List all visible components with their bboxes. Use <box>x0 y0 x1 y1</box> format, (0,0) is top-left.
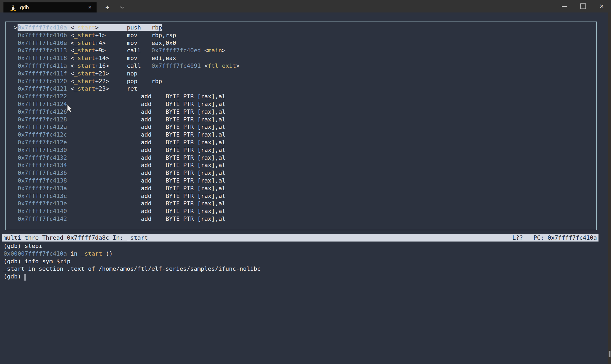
text-segment: +4> mov eax,0x0 <box>95 40 176 46</box>
tui-status-bar: multi-thre Thread 0x7ffff7da8c In: _star… <box>2 234 598 242</box>
text-segment <box>14 162 18 168</box>
text-segment: add BYTE PTR [rax],al <box>67 116 226 123</box>
text-segment: () <box>102 250 113 257</box>
console-line: (gdb) stepi <box>3 242 261 250</box>
text-segment: _start <box>74 55 95 61</box>
current-instruction-marker: > <box>14 24 18 31</box>
text-segment: 0x7ffff7fc413a <box>18 185 67 192</box>
text-segment: add BYTE PTR [rax],al <box>67 177 226 184</box>
text-segment <box>14 215 18 222</box>
text-segment: +16> call <box>95 62 152 69</box>
text-segment <box>14 170 18 176</box>
text-segment: +22> pop rbp <box>95 78 162 84</box>
text-segment: +9> call <box>95 47 152 54</box>
text-segment <box>14 177 18 184</box>
chevron-down-icon <box>119 6 125 9</box>
text-segment: _start <box>74 24 95 31</box>
text-segment <box>14 147 18 153</box>
text-segment: add BYTE PTR [rax],al <box>67 162 226 168</box>
disasm-line: 0x7ffff7fc413a add BYTE PTR [rax],al <box>6 185 596 192</box>
text-segment: < <box>67 70 74 77</box>
text-segment <box>14 101 18 107</box>
text-segment <box>14 124 18 130</box>
text-segment: add BYTE PTR [rax],al <box>67 139 226 146</box>
disasm-line: 0x7ffff7fc412e add BYTE PTR [rax],al <box>6 139 596 146</box>
disasm-line: 0x7ffff7fc4138 add BYTE PTR [rax],al <box>6 177 596 185</box>
text-segment: 0x7ffff7fc4142 <box>18 215 67 222</box>
titlebar[interactable]: gdb ✕ + ✕ <box>0 0 611 12</box>
disasm-line: 0x7ffff7fc4130 add BYTE PTR [rax],al <box>6 146 596 154</box>
text-segment: 0x7ffff7fc413c <box>18 193 67 199</box>
text-segment: 0x7ffff7fc412c <box>18 131 67 138</box>
text-segment <box>14 208 18 214</box>
text-segment: add BYTE PTR [rax],al <box>67 185 226 192</box>
scrollbar-track[interactable] <box>608 12 611 364</box>
text-segment: +1> mov rbp,rsp <box>95 32 176 39</box>
text-segment <box>14 93 18 100</box>
minimize-icon <box>562 6 567 7</box>
text-segment: +14> mov edi,eax <box>95 55 176 61</box>
text-segment <box>14 47 18 54</box>
disasm-line: 0x7ffff7fc4118 <_start+14> mov edi,eax <box>6 54 596 62</box>
text-segment: in <box>67 250 81 257</box>
text-segment: 0x7ffff7fc410a <box>18 24 67 31</box>
scrollbar-thumb[interactable] <box>609 351 610 357</box>
maximize-icon <box>580 3 586 9</box>
disasm-line: 0x7ffff7fc4124 add BYTE PTR [rax],al <box>6 100 596 108</box>
disasm-line: 0x7ffff7fc412a add BYTE PTR [rax],al <box>6 123 596 131</box>
text-segment: 0x7ffff7fc4124 <box>18 101 67 107</box>
text-segment: main <box>208 47 222 54</box>
text-segment: < <box>201 47 208 54</box>
minimize-button[interactable] <box>555 0 574 12</box>
text-segment: 0x7ffff7fc410b <box>18 32 67 39</box>
text-segment: 0x7ffff7fc4126 <box>18 108 67 115</box>
console-line: (gdb) info sym $rip <box>3 258 261 265</box>
disasm-line: 0x7ffff7fc4140 add BYTE PTR [rax],al <box>6 208 596 215</box>
tab-title: gdb <box>20 5 29 11</box>
text-segment: 0x7ffff7fc410e <box>18 40 67 46</box>
console-line: 0x00007ffff7fc410a in _start () <box>3 250 261 258</box>
console-line: (gdb) <box>3 273 261 281</box>
text-segment: 0x7ffff7fc411f <box>18 70 67 77</box>
disasm-line: 0x7ffff7fc4120 <_start+22> pop rbp <box>6 78 596 85</box>
maximize-button[interactable] <box>574 0 592 12</box>
disasm-line: 0x7ffff7fc4132 add BYTE PTR [rax],al <box>6 154 596 162</box>
text-segment <box>14 55 18 61</box>
status-line-pc-info: L?? PC: 0x7ffff7fc410a <box>512 234 597 242</box>
text-segment <box>14 185 18 192</box>
text-segment: ftl_exit <box>208 62 236 69</box>
gdb-console[interactable]: (gdb) stepi0x00007ffff7fc410a in _start … <box>3 242 261 281</box>
text-segment: > push rbp <box>95 24 162 31</box>
text-segment: add BYTE PTR [rax],al <box>67 215 226 222</box>
disassembly-listing: >0x7ffff7fc410a <_start> push rbp 0x7fff… <box>6 24 596 223</box>
text-segment <box>14 62 18 69</box>
text-segment <box>14 40 18 46</box>
text-segment <box>14 85 18 92</box>
status-thread-info: multi-thre Thread 0x7ffff7da8c In: _star… <box>3 234 148 242</box>
linux-tux-icon <box>10 4 16 11</box>
text-segment: 0x7ffff7fc411a <box>18 62 67 69</box>
disasm-line: 0x7ffff7fc4126 add BYTE PTR [rax],al <box>6 108 596 116</box>
text-segment: < <box>67 40 74 46</box>
text-segment: 0x7ffff7fc4120 <box>18 78 67 84</box>
text-segment: < <box>67 47 74 54</box>
text-segment: add BYTE PTR [rax],al <box>67 154 226 161</box>
close-button[interactable]: ✕ <box>592 0 611 12</box>
text-segment: 0x7ffff7fc4138 <box>18 177 67 184</box>
tab-gdb[interactable]: gdb ✕ <box>3 2 97 12</box>
text-segment: 0x7ffff7fc4134 <box>18 162 67 168</box>
disasm-line-current: >0x7ffff7fc410a <_start> push rbp <box>6 24 596 32</box>
disasm-line: 0x7ffff7fc4134 add BYTE PTR [rax],al <box>6 162 596 169</box>
text-segment: 0x7ffff7fc4113 <box>18 47 67 54</box>
tab-dropdown-button[interactable] <box>116 2 128 12</box>
disasm-line: 0x7ffff7fc4113 <_start+9> call 0x7ffff7f… <box>6 47 596 54</box>
text-segment: 0x7ffff7fc4128 <box>18 116 67 123</box>
disasm-line: 0x7ffff7fc4121 <_start+23> ret <box>6 85 596 93</box>
window-controls: ✕ <box>555 0 611 12</box>
text-segment: (gdb) <box>3 273 24 280</box>
tab-close-icon[interactable]: ✕ <box>85 2 94 12</box>
text-segment: 0x7ffff7fc4136 <box>18 170 67 176</box>
text-segment: < <box>67 24 74 31</box>
mouse-cursor <box>67 104 73 114</box>
new-tab-button[interactable]: + <box>101 2 114 12</box>
